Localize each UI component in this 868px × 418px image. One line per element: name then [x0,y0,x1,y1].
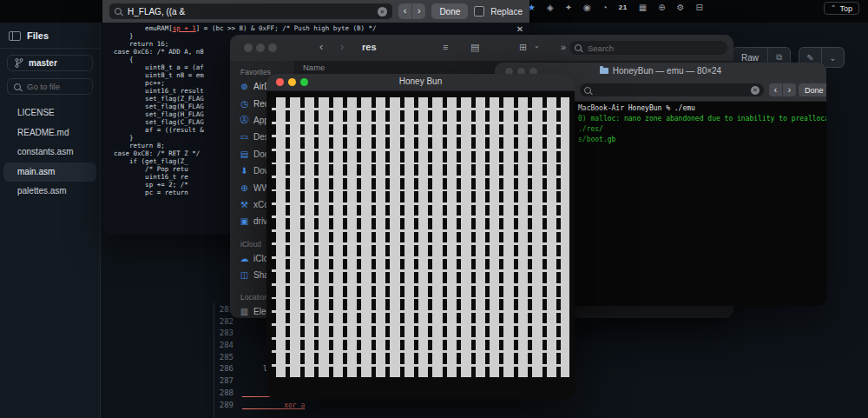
icloud-icon: ☁ [240,254,249,263]
replace-checkbox[interactable] [474,6,484,17]
shared-icon: ◫ [240,270,249,280]
goto-file-input[interactable] [25,81,86,92]
find-nav: ‹ › [398,3,425,19]
chevron-down-icon[interactable]: ⌄ [822,48,844,67]
extension-b-icon[interactable]: ✦ [565,1,572,14]
terminal-find-nav: ‹ › [769,83,796,96]
search-icon [575,44,582,51]
github-sidebar: Files master LICENSEREADME.mdconstants.a… [0,23,101,418]
finder-title: res [362,42,377,52]
finder-search-field[interactable] [569,41,727,55]
more-toolbar-icon[interactable]: » [561,42,566,52]
extension-a-icon[interactable]: ◈ [547,1,554,14]
line-number: 282 [214,316,233,328]
shield-icon[interactable]: ◉ [583,1,591,14]
terminal-search-input[interactable] [595,85,747,96]
files-label: Files [27,30,49,41]
clear-icon[interactable]: ✕ [378,7,387,17]
badge-21[interactable]: 21 [619,1,628,14]
branch-selector[interactable]: master [7,55,93,71]
list-view-icon[interactable]: ≡ [443,42,448,52]
airdrop-icon: ⊚ [240,82,249,91]
search-icon [115,8,122,15]
xcode-icon: ⚒ [240,200,249,209]
recents-icon: ◷ [240,99,249,109]
gear-icon[interactable]: ⚙ [677,1,685,14]
timer-icon[interactable]: ◔ [602,1,608,14]
forward-button[interactable]: › [340,40,344,53]
branch-icon [15,58,23,68]
goto-file-field[interactable] [7,78,93,95]
replace-label: Replace [490,7,523,17]
drive-icon: ▣ [240,216,249,226]
sidebar-file-constants.asm[interactable]: constants.asm [3,143,96,163]
sidebar-file-main.asm[interactable]: main.asm [3,163,96,182]
applications-icon: Ⓐ [240,114,249,126]
code-line: xor a [242,400,305,412]
find-prev-button[interactable]: ‹ [398,3,411,19]
search-icon [14,83,21,90]
sidebar-file-README.md[interactable]: README.md [3,123,96,143]
line-number: 283 [214,328,233,340]
find-bar: ✕ ‹ › Done Replace [102,0,529,23]
terminal-title: HoneyBun — emu — 80×24 [613,66,721,76]
line-number: 285 [214,352,233,364]
close-button[interactable] [244,43,253,52]
find-next-button[interactable]: › [782,83,796,96]
emulator-screen [272,97,569,377]
terminal-search-field[interactable]: ✕ [580,83,764,96]
line-number: 288 [214,388,233,400]
search-icon [584,87,591,94]
finder-toolbar: ‹ › res ≡ ▤ ⊞ ⌄ » [230,35,733,62]
find-next-button[interactable]: › [411,3,425,19]
clear-icon[interactable]: ✕ [751,86,760,95]
honeybun-titlebar: Honey Bun [266,74,575,91]
line-number: 284 [214,340,233,352]
chevron-down-icon[interactable]: ⌄ [534,42,540,50]
target-icon[interactable]: ⊕ [658,1,665,14]
line-number: 286 [214,363,233,375]
minimize-button[interactable] [256,43,265,52]
honeybun-window: Honey Bun [266,74,575,399]
chevron-up-icon: ⌃ [831,4,837,12]
menubar-icons: ★◈✦◉◔21▦⊕⚙⊟ [528,1,703,14]
folder-icon [600,68,608,74]
honeybun-title: Honey Bun [266,76,575,86]
grid-icon[interactable]: ▦ [639,1,647,14]
line-number: 287 [214,375,233,388]
sidebar-panel-icon[interactable] [9,31,21,41]
documents-icon: ▤ [240,149,249,159]
top-label: Top [839,4,852,13]
gallery-view-icon[interactable]: ▤ [470,42,479,53]
desktop-icon: ▭ [240,132,249,142]
zoom-button[interactable] [268,43,277,52]
line-number: 289 [214,400,233,412]
desktop: ★◈✦◉◔21▦⊕⚙⊟ ⌃ Top Raw ⧉ ✎ ⌄ ≡ ⊞ 28128228… [0,0,868,418]
terminal-done-button[interactable]: Done [799,83,826,96]
find-field[interactable]: ✕ [109,3,392,19]
file-list: LICENSEREADME.mdconstants.asmmain.asmpal… [0,103,100,202]
branch-name: master [29,58,57,68]
close-icon[interactable]: ✕ [514,24,526,34]
sidebar-file-palettes.asm[interactable]: palettes.asm [3,182,96,202]
back-button[interactable]: ‹ [319,40,323,53]
stack-icon[interactable]: ⊟ [696,1,703,14]
find-prev-button[interactable]: ‹ [769,83,782,96]
sidebar-file-LICENSE[interactable]: LICENSE [3,103,96,123]
group-icon[interactable]: ⊞ [519,42,527,53]
www-icon: ⊕ [240,183,249,193]
finder-search-input[interactable] [586,43,722,54]
disk-icon: ▥ [240,307,249,316]
downloads-icon: ⬇ [240,166,249,176]
find-input[interactable] [126,6,373,17]
done-button[interactable]: Done [431,3,468,19]
top-button[interactable]: ⌃ Top [824,2,859,15]
files-header: Files [0,23,100,49]
